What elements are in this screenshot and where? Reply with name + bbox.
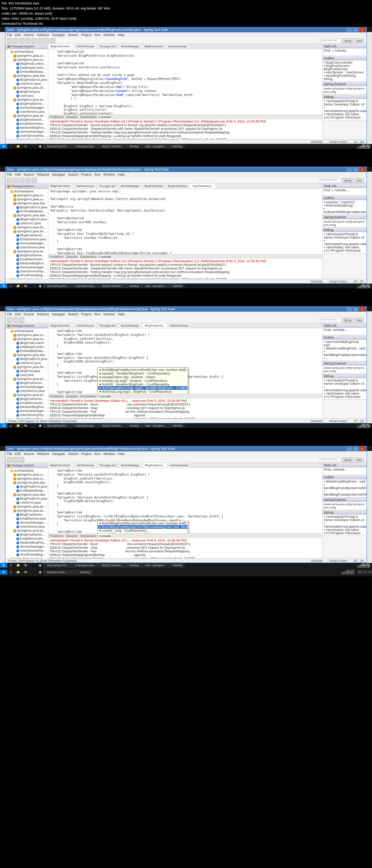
tree-item[interactable]: springmvc.java.service xyxy=(6,377,47,381)
tree-item[interactable]: EmbeddedDatabaseController xyxy=(6,489,47,493)
tree-item[interactable]: BlogPostDAO.java xyxy=(6,497,47,501)
tree-item[interactable]: MediumBlogPostServiceImp xyxy=(6,126,47,130)
editor-tab[interactable]: BlogPostControll... xyxy=(48,463,74,468)
toolbar-icon[interactable] xyxy=(13,38,18,43)
menu-project[interactable]: Project xyxy=(81,173,92,176)
bottom-tab-console[interactable]: Console xyxy=(99,534,111,538)
editor-tab[interactable]: BlogPostControll... xyxy=(48,323,74,328)
store-icon[interactable]: 🛍 xyxy=(22,144,29,149)
bottom-tab-declaration[interactable]: Declaration xyxy=(80,534,97,538)
tree-item[interactable]: BlogPostServiceImpl.java xyxy=(6,118,47,122)
tree-item[interactable]: UserServiceImpl.java xyxy=(6,413,47,417)
tree-item[interactable]: springmvc.java.dao xyxy=(6,213,47,217)
taskbar-app[interactable]: Desktop xyxy=(126,144,142,149)
tree-item[interactable]: springmvc.java.dao xyxy=(6,481,47,485)
autocomplete-item[interactable]: ● findAllBlogPostsByUserAndTitleContaini… xyxy=(98,525,187,529)
taskbar-app[interactable]: Flashing xyxy=(169,144,185,149)
menu-search[interactable]: Search xyxy=(68,312,78,316)
tree-item[interactable]: src/main/java xyxy=(6,189,47,193)
tree-item[interactable]: BlogPostServiceImpl.java xyxy=(6,397,47,401)
menu-edit[interactable]: Edit xyxy=(15,452,21,456)
tree-item[interactable]: ServiceManager.java xyxy=(6,106,47,110)
taskbar-app[interactable]: Java Spring MVC... xyxy=(44,284,72,288)
editor-tab[interactable]: ServiceManager. xyxy=(118,463,142,468)
list-item[interactable]: • blogPostService : BlogPostService xyxy=(324,64,365,71)
chrome-icon[interactable]: ◉ xyxy=(36,144,44,149)
tree-item[interactable]: springmvc.java.dao xyxy=(6,493,47,497)
app-icon[interactable] xyxy=(29,144,36,149)
autocomplete-item[interactable]: ● equals() : Iterable<BlogPost> - CrudRe… xyxy=(98,372,187,375)
taskbar-app[interactable] xyxy=(70,570,77,575)
taskbar-app[interactable]: MySQL Workben... xyxy=(99,284,126,288)
menu-search[interactable]: Search xyxy=(68,173,78,176)
tree-item[interactable]: DatabaseController.java xyxy=(6,345,47,349)
tree-item[interactable]: EmailServiceImpl.java xyxy=(6,257,47,261)
tree-item[interactable]: MediumBlogPostServiceImpl. xyxy=(6,541,47,545)
tree-item[interactable]: User.java xyxy=(6,373,47,377)
tree-item[interactable]: BlogPostService.java xyxy=(6,513,47,517)
editor-tab[interactable]: BlogPostService xyxy=(142,184,166,188)
debug-body[interactable]: • <terminated>Pivotal tc Server Develope… xyxy=(323,99,367,120)
tree-item[interactable]: BlogPostDAO.java xyxy=(6,485,47,489)
tree-item[interactable]: springmvc.java.dao xyxy=(6,201,47,205)
tree-item[interactable]: User.java xyxy=(6,94,47,98)
bottom-tab-javadoc[interactable]: Javadoc xyxy=(66,395,78,398)
list-item[interactable]: • findUserById(long) : ... xyxy=(324,204,365,207)
menu-navigate[interactable]: Navigate xyxy=(52,452,65,456)
tree-item[interactable]: BlogPostService.java xyxy=(6,381,47,385)
tree-item[interactable]: springmvc.java.service.impl xyxy=(6,249,47,253)
tree-item[interactable]: WordPressBlogPostServiceImp xyxy=(6,273,47,277)
bottom-tab-console[interactable]: Console xyxy=(99,115,111,119)
taskbar-app[interactable]: Java Spring MVC... xyxy=(44,144,72,149)
toolbar-icon[interactable] xyxy=(32,38,37,43)
explorer-icon[interactable]: 📁 xyxy=(15,144,22,149)
tree-item[interactable]: UserDAO.java xyxy=(6,501,47,505)
tree-item[interactable]: MediumBlogPostServiceImpl. xyxy=(6,261,47,265)
title-bar[interactable]: Java - springmvc-java-config/src/main/ja… xyxy=(5,167,367,172)
maximize-button[interactable]: □ xyxy=(353,28,359,32)
tree-item[interactable]: UserDAO.java xyxy=(6,82,47,86)
editor-tab[interactable]: BlogPostService xyxy=(142,44,166,49)
taskbar-app[interactable]: Java - springmvc... xyxy=(142,423,169,428)
tree-item[interactable]: BlogPost.java xyxy=(6,369,47,373)
close-button[interactable]: × xyxy=(359,28,365,32)
menu-help[interactable]: Help xyxy=(118,312,125,316)
autocomplete-item[interactable]: ● getClass() : Class<?> - Object xyxy=(98,393,187,394)
editor-tab[interactable]: BlogPostControll... xyxy=(48,184,74,188)
editor-tab[interactable]: ServiceManager. xyxy=(118,184,142,188)
tree-item[interactable]: BlogPostController.java xyxy=(6,62,47,66)
editor-tab[interactable]: UserService.jav xyxy=(74,44,97,49)
project-tree[interactable]: src/main/javaspringmvc.java.configspring… xyxy=(5,49,48,139)
editor-tab[interactable]: UserService.jav xyxy=(74,323,97,328)
menu-window[interactable]: Window xyxy=(103,452,115,456)
code-editor[interactable]: "ann">@Autowired "kw">private BlogPostSe… xyxy=(48,49,322,115)
tree-item[interactable]: ServiceManagerImpl.java xyxy=(6,130,47,134)
tree-item[interactable]: BlogPostService.java xyxy=(6,233,47,237)
tree-item[interactable]: UserDAO.java xyxy=(6,361,47,365)
tree-item[interactable]: UserService.java xyxy=(6,389,47,393)
list-item[interactable]: • deletePost(BlogPost) : void xyxy=(324,347,365,350)
taskbar-app[interactable]: Desktop xyxy=(126,284,142,288)
taskbar-app[interactable]: Desktop xyxy=(126,563,142,568)
menu-project[interactable]: Project xyxy=(81,33,92,37)
tree-item[interactable]: BlogPostDAO.java xyxy=(6,205,47,209)
taskbar-app[interactable]: Java Spring MVC... xyxy=(44,563,72,568)
editor-tab[interactable]: This page can't xyxy=(97,463,118,468)
list-item[interactable]: • listAllBlogPostsByUserAndDraft... xyxy=(324,483,365,490)
autocomplete-item[interactable]: ● findAllBlogPostsByUserAndDraft(User us… xyxy=(98,368,187,372)
tree-item[interactable]: springmvc.java.service.impl xyxy=(6,393,47,397)
autocomplete-item[interactable]: ● findOne(Long arg0) : BlogPost - CrudRe… xyxy=(98,390,187,393)
tree-item[interactable]: EmailServiceImpl.java xyxy=(6,537,47,541)
tree-item[interactable]: ServiceManagerImpl.java xyxy=(6,545,47,549)
tree-item[interactable]: MediumBlogPostServiceImp xyxy=(6,405,47,409)
tree-item[interactable]: springmvc.java.service.impl xyxy=(6,114,47,118)
editor-tab[interactable]: UserService.jav xyxy=(74,184,97,188)
taskbar-app[interactable]: Flashing xyxy=(169,284,185,288)
tree-item[interactable]: BlogPostService.java xyxy=(6,102,47,106)
menu-refactor[interactable]: Refactor xyxy=(37,33,49,37)
taskbar-app[interactable]: C:\springmvc-jav... xyxy=(72,144,98,149)
list-item[interactable]: • <terminated>org.apache.catalina.startu… xyxy=(324,385,365,392)
menu-source[interactable]: Source xyxy=(24,312,34,316)
list-item[interactable]: • <terminated>org.apache.catalina.startu… xyxy=(324,239,365,246)
list-item[interactable]: • <terminated>Pivotal tc Server Develope… xyxy=(324,100,365,106)
